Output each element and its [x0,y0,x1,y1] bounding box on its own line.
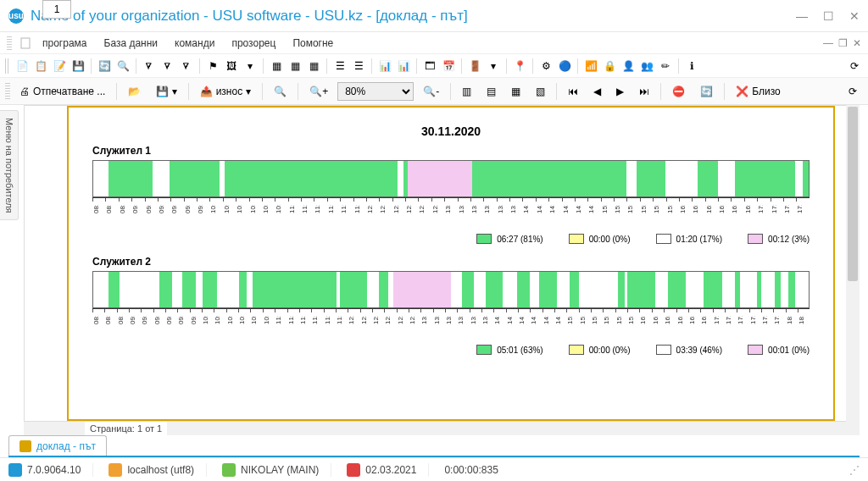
status-date: 02.03.2021 [365,464,416,476]
search-icon[interactable]: 🔍 [114,58,131,75]
last-page-button[interactable]: ⏭ [633,81,655,102]
main-toolbar: 📄 📋 📝 💾 🔄 🔍 ⛛ ⛛ ⛛ ⚑ 🖼 ▾ ▦ ▦ ▦ ☰ ☰ 📊 📊 🗔 … [0,54,868,78]
filter-clear-icon[interactable]: ⛛ [178,58,195,75]
status-elapsed: 0:00:00:835 [444,464,498,476]
menu-commands[interactable]: команди [168,35,221,52]
legend-item: 00:00 (0%) [569,234,631,244]
user-icon[interactable]: 👤 [620,58,637,75]
layout4-button[interactable]: ▧ [530,81,551,102]
save-icon[interactable]: 💾 [70,58,86,75]
new-icon[interactable]: 📄 [14,58,31,75]
legend-swatch [476,345,492,355]
prev-page-button[interactable]: ◀ [587,81,607,102]
zoom-in-button[interactable]: 🔍+ [303,81,334,102]
save-button[interactable]: 💾 ▾ [150,81,182,102]
layout2-button[interactable]: ▤ [481,81,502,102]
close-report-button[interactable]: ❌ Близо [730,81,787,102]
sync2-icon[interactable]: ⟳ [843,81,863,102]
exit-icon[interactable]: 🚪 [466,58,483,75]
filter2-icon[interactable]: ⛛ [159,58,176,75]
legend-item: 00:01 (0%) [748,345,810,355]
maximize-icon[interactable]: ☐ [823,9,834,23]
gear-icon[interactable]: ⚙ [537,58,554,75]
print-label: Отпечатване ... [33,86,105,97]
refresh-icon[interactable]: 🔄 [96,58,113,75]
report-viewer: 30.11.2020 Служител 1 08:3008:4008:5009:… [24,105,860,422]
tab-report[interactable]: доклад - път [8,435,107,456]
next-page-button[interactable]: ▶ [610,81,630,102]
find-button[interactable]: 🔍 [268,81,292,102]
menu-database[interactable]: База данни [97,35,165,52]
dropdown-icon[interactable]: ▾ [242,58,259,75]
calendar-icon[interactable]: 📅 [440,58,457,75]
title-bar: usu Name of your organization - USU soft… [0,0,868,32]
clipboard-icon[interactable] [19,36,32,50]
list-icon[interactable]: ☰ [331,58,348,75]
report-icon [19,440,31,452]
open-button[interactable]: 📂 [122,81,147,102]
minimize-icon[interactable]: — [796,9,808,23]
filter-icon[interactable]: ⛛ [141,58,158,75]
vertical-scrollbar[interactable] [846,105,860,422]
legend-text: 06:27 (81%) [497,235,542,244]
menu-help[interactable]: Помогне [286,35,340,52]
export-button[interactable]: 📤 износ ▾ [194,81,258,102]
zoom-select[interactable]: 80% [337,82,414,101]
flag-icon[interactable]: ⚑ [204,58,221,75]
list2-icon[interactable]: ☰ [350,58,367,75]
edit-icon[interactable]: 📝 [51,58,68,75]
refresh-button[interactable]: 🔄 [694,81,719,102]
layout1-button[interactable]: ▥ [456,81,477,102]
gripper-icon [5,58,10,74]
document-tabs: доклад - път [8,435,860,457]
close-icon[interactable]: ✕ [849,9,860,23]
print-button[interactable]: 🖨 Отпечатване ... [14,81,111,102]
layout3-button[interactable]: ▦ [505,81,526,102]
mdi-minimize-icon[interactable]: — [823,37,833,49]
color-icon[interactable]: 🔵 [556,58,573,75]
grid3-icon[interactable]: ▦ [305,58,322,75]
pin-icon[interactable]: 📍 [511,58,528,75]
rss-icon[interactable]: 📶 [582,58,599,75]
zoom-out-button[interactable]: 🔍- [417,81,445,102]
employee-2-timeline [92,271,810,308]
employee-2-ticks: 08:3008:4008:5009:0009:1009:2009:3009:40… [92,316,810,340]
first-page-button[interactable]: ⏮ [562,81,584,102]
legend-item: 05:01 (63%) [476,345,542,355]
menu-program[interactable]: програма [36,35,94,52]
stop-button[interactable]: ⛔ [666,81,691,102]
users-icon[interactable]: 👥 [638,58,655,75]
dropdown2-icon[interactable]: ▾ [485,58,502,75]
employee-2-legend: 05:01 (63%)00:00 (0%)03:39 (46%)00:01 (0… [92,345,810,355]
employee-1-ticks: 08:3008:4008:5009:0009:1009:2009:3009:40… [92,205,810,229]
status-host: localhost (utf8) [127,464,194,476]
legend-item: 00:00 (0%) [569,345,631,355]
legend-swatch [656,345,671,355]
info-icon[interactable]: ℹ [683,58,700,75]
lock-icon[interactable]: 🔒 [601,58,618,75]
copy-icon[interactable]: 📋 [32,58,49,75]
employee-1-legend: 06:27 (81%)00:00 (0%)01:20 (17%)00:12 (3… [92,234,810,244]
wand-icon[interactable]: ✏ [657,58,674,75]
user-status-icon [222,463,236,477]
mdi-close-icon[interactable]: ✕ [853,37,861,49]
legend-item: 00:12 (3%) [748,234,810,244]
image-icon[interactable]: 🖼 [223,58,240,75]
resize-grip-icon[interactable]: ⋰ [849,464,860,476]
page-input[interactable] [42,0,71,19]
legend-item: 01:20 (17%) [656,234,722,244]
window-icon[interactable]: 🗔 [421,58,438,75]
legend-text: 00:12 (3%) [768,235,810,244]
side-tab-user-menu[interactable]: Меню на потребителя [0,110,19,220]
app-icon: usu [8,8,24,24]
sync-icon[interactable]: ⟳ [846,58,863,75]
export-xls2-icon[interactable]: 📊 [395,58,412,75]
mdi-restore-icon[interactable]: ❐ [838,37,848,49]
export-xls-icon[interactable]: 📊 [376,58,393,75]
menu-window[interactable]: прозорец [225,35,282,52]
gripper-icon [5,83,10,100]
legend-text: 00:00 (0%) [589,235,631,244]
grid2-icon[interactable]: ▦ [287,58,303,75]
status-user: NIKOLAY (MAIN) [241,464,319,476]
grid-icon[interactable]: ▦ [268,58,285,75]
